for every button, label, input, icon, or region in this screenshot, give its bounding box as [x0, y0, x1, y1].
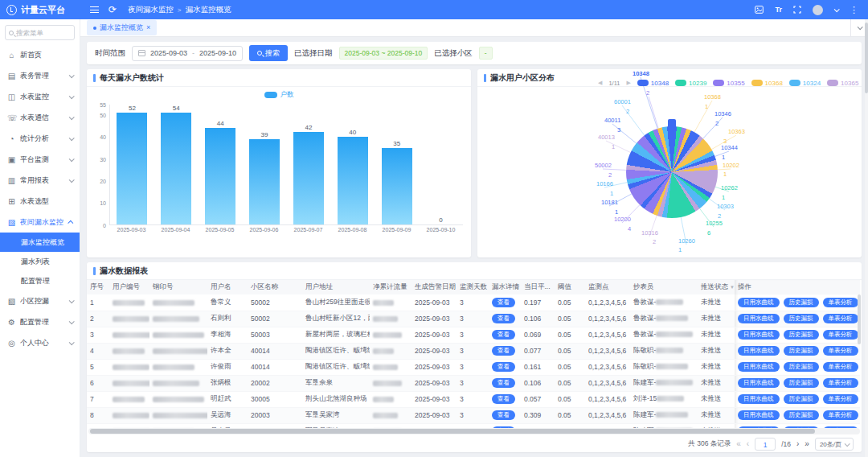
breadcrumb-parent[interactable]: 夜间漏水监控 — [128, 5, 174, 15]
action-历史漏损-button[interactable]: 历史漏损 — [784, 362, 819, 372]
date-range-input[interactable]: 2025-09-03 - 2025-09-10 — [132, 46, 243, 61]
sidebar-search[interactable] — [5, 25, 75, 40]
action-日用水曲线-button[interactable]: 日用水曲线 — [738, 314, 780, 323]
sidebar-item-个人中心[interactable]: ◎个人中心 — [0, 332, 80, 353]
action-单表分析-button[interactable]: 单表分析 — [823, 298, 858, 307]
action-单表分析-button[interactable]: 单表分析 — [823, 330, 858, 340]
bar[interactable] — [293, 132, 324, 224]
action-单表分析-button[interactable]: 单表分析 — [823, 362, 858, 372]
bar[interactable] — [117, 113, 147, 224]
first-page-button[interactable]: « — [736, 440, 741, 448]
date-start-value[interactable]: 2025-09-03 — [150, 49, 187, 57]
fullscreen-icon[interactable] — [793, 6, 801, 14]
action-单表分析-button[interactable]: 单表分析 — [823, 314, 858, 323]
action-历史漏损-button[interactable]: 历史漏损 — [784, 314, 819, 323]
page-scrollbar[interactable] — [865, 19, 868, 457]
view-detail-button[interactable]: 查看 — [492, 346, 515, 356]
tab-close-icon[interactable]: × — [146, 24, 150, 31]
search-button[interactable]: 搜索 — [249, 45, 288, 61]
legend-item-10324[interactable]: 10324 — [789, 80, 821, 87]
view-detail-button[interactable]: 查看 — [492, 314, 515, 323]
sidebar-item-水表通信[interactable]: ☏水表通信 — [0, 107, 80, 128]
action-日用水曲线-button[interactable]: 日用水曲线 — [738, 330, 780, 340]
table-row[interactable]: 6张炳根20002军垦佘泉2025-09-033查看0.1060.050,1,2… — [87, 375, 860, 391]
sidebar-subitem-漏水监控概览[interactable]: 漏水监控概览 — [0, 233, 80, 252]
date-end-value[interactable]: 2025-09-10 — [199, 49, 236, 57]
action-单表分析-button[interactable]: 单表分析 — [823, 378, 858, 388]
action-历史漏损-button[interactable]: 历史漏损 — [784, 394, 819, 404]
view-detail-button[interactable]: 查看 — [492, 410, 515, 420]
sidebar-item-常用报表[interactable]: ▥常用报表 — [0, 170, 80, 191]
bar[interactable] — [249, 139, 280, 224]
bar[interactable] — [161, 113, 191, 224]
collapse-menu-icon[interactable] — [90, 6, 99, 13]
action-单表分析-button[interactable]: 单表分析 — [823, 410, 858, 420]
bar-legend[interactable]: 户数 — [87, 89, 471, 101]
sidebar-item-统计分析[interactable]: ◔统计分析 — [0, 128, 80, 149]
action-历史漏损-button[interactable]: 历史漏损 — [784, 298, 819, 307]
col-header-推送状态[interactable]: 推送状态▼ — [698, 280, 735, 294]
filter-icon[interactable]: ▼ — [730, 285, 735, 290]
next-page-button[interactable]: › — [796, 440, 799, 448]
legend-item-10355[interactable]: 10355 — [713, 80, 744, 87]
avatar[interactable] — [813, 5, 823, 15]
table-row[interactable]: 7明赶武30005荆头山北煞湖良种场2025-09-033查看0.0570.05… — [87, 391, 860, 407]
kebab-menu-icon[interactable]: ⋮ — [850, 5, 858, 15]
sidebar-item-水表监控[interactable]: ◫水表监控 — [0, 86, 80, 107]
page-number-input[interactable]: 1 — [755, 438, 776, 451]
view-detail-button[interactable]: 查看 — [492, 330, 515, 340]
action-日用水曲线-button[interactable]: 日用水曲线 — [738, 362, 780, 372]
sidebar-item-配置管理[interactable]: ⚙配置管理 — [0, 311, 80, 332]
table-vertical-scrollbar[interactable] — [858, 294, 861, 344]
table-row[interactable]: 4许本全40014陶港镇区坵许、畈塆组2025-09-033查看0.0770.0… — [87, 343, 860, 359]
action-历史漏损-button[interactable]: 历史漏损 — [784, 410, 819, 420]
bar[interactable] — [338, 137, 368, 224]
action-单表分析-button[interactable]: 单表分析 — [823, 394, 858, 404]
sidebar-item-新首页[interactable]: ⌂新首页 — [0, 44, 80, 65]
prev-page-button[interactable]: ‹ — [747, 440, 749, 448]
legend-item-10365[interactable]: 10365 — [827, 80, 858, 87]
sidebar-item-夜间漏水监控[interactable]: ▨夜间漏水监控 — [0, 212, 80, 233]
action-历史漏损-button[interactable]: 历史漏损 — [784, 378, 819, 388]
legend-item-10239[interactable]: 10239 — [675, 80, 706, 87]
table-row[interactable]: 3李相海50003新屋村两层，玻璃栏杆2025-09-033查看0.0690.0… — [87, 327, 860, 343]
sidebar-subitem-漏水列表[interactable]: 漏水列表 — [0, 252, 80, 271]
table-row[interactable]: 8吴远海20003军垦吴家湾2025-09-033查看0.3090.050,1,… — [87, 407, 860, 423]
action-日用水曲线-button[interactable]: 日用水曲线 — [738, 394, 780, 404]
sidebar-item-平台监测[interactable]: ▣平台监测 — [0, 149, 80, 170]
table-row[interactable]: 2石则利50002鲁山村旺新小区12，两层2025-09-033查看0.1060… — [87, 311, 860, 327]
bar[interactable] — [382, 148, 412, 224]
sidebar-search-input[interactable] — [16, 29, 71, 37]
chevron-down-icon[interactable] — [834, 6, 840, 12]
view-detail-button[interactable]: 查看 — [492, 362, 515, 372]
action-历史漏损-button[interactable]: 历史漏损 — [784, 330, 819, 340]
sidebar-item-表务管理[interactable]: ▤表务管理 — [0, 65, 80, 86]
action-日用水曲线-button[interactable]: 日用水曲线 — [738, 298, 780, 307]
legend-next-icon[interactable]: ▶ — [626, 80, 630, 86]
view-detail-button[interactable]: 查看 — [492, 378, 515, 388]
action-日用水曲线-button[interactable]: 日用水曲线 — [738, 378, 780, 388]
page-size-select[interactable]: 20条/页 — [815, 438, 854, 451]
action-单表分析-button[interactable]: 单表分析 — [823, 346, 858, 356]
tab-leak-overview[interactable]: 漏水监控概览 × — [87, 20, 157, 35]
sidebar-item-小区控漏[interactable]: ▧小区控漏 — [0, 290, 80, 311]
action-历史漏损-button[interactable]: 历史漏损 — [784, 346, 819, 356]
refresh-icon[interactable]: ⟳ — [108, 5, 117, 14]
action-日用水曲线-button[interactable]: 日用水曲线 — [738, 346, 780, 356]
last-page-button[interactable]: » — [805, 440, 809, 448]
tab-list-dropdown[interactable] — [850, 19, 862, 36]
view-detail-button[interactable]: 查看 — [492, 394, 515, 404]
table-horizontal-scrollbar[interactable] — [88, 428, 860, 434]
table-row[interactable]: 1鲁常义50002鲁山村259往里面走很远2025-09-033查看0.1970… — [87, 294, 860, 311]
sidebar-item-水表选型[interactable]: ⊞水表选型 — [0, 191, 80, 212]
view-detail-button[interactable]: 查看 — [492, 298, 515, 307]
sidebar-subitem-配置管理[interactable]: 配置管理 — [0, 271, 80, 290]
legend-item-10368[interactable]: 10368 — [751, 80, 783, 87]
bar[interactable] — [205, 128, 235, 224]
legend-prev-icon[interactable]: ◀ — [598, 80, 602, 86]
pie-circle[interactable] — [626, 126, 718, 218]
table-row[interactable]: 5许俊雨40014陶港镇区坵许、畈塆组2025-09-033查看0.1610.0… — [87, 359, 860, 375]
action-日用水曲线-button[interactable]: 日用水曲线 — [738, 410, 780, 420]
translate-icon[interactable]: Tr — [775, 6, 782, 14]
screenshot-icon[interactable] — [755, 6, 764, 14]
